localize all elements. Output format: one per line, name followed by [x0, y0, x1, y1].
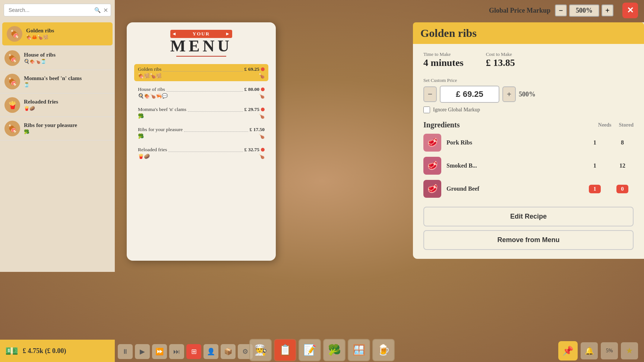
- item-icon-golden-ribs: 🍖: [7, 26, 22, 42]
- time-label: Time to Make: [423, 51, 464, 57]
- menu-divider: [176, 56, 226, 57]
- item-info-golden-ribs: Golden ribs 🍖🦀🍗🫚: [26, 28, 108, 40]
- price-input[interactable]: [440, 86, 499, 103]
- top-bar: Global Price Markup − 500% + ✕: [0, 0, 644, 21]
- close-button[interactable]: ✕: [622, 3, 638, 18]
- sidebar-item-ribs-pleasure[interactable]: 🍖 Ribs for your pleasure 🥦: [0, 117, 115, 140]
- smoked-icon: 🥩: [423, 157, 441, 175]
- menu-entry-dots-house-of-ribs: [167, 87, 243, 92]
- markup-value: 500%: [569, 4, 599, 17]
- menu-entries: Golden ribs £ 69.25 🍖🫚🍗🫚 🍗 House of ribs…: [134, 64, 268, 253]
- taskbar: 👨‍🍳 📋 📝 🥦 🪟 🍺: [0, 338, 644, 362]
- taskbar-recipe-button[interactable]: 📝: [299, 339, 321, 361]
- menu-entry-icons-house-of-ribs: 🍳🍖🍗🦐💬 🍗: [138, 93, 265, 99]
- custom-price-label: Set Custom Price: [423, 77, 634, 83]
- cost-value: £ 13.85: [486, 57, 515, 69]
- markup-decrease-button[interactable]: −: [555, 4, 567, 16]
- stored-col-header: Stored: [619, 122, 634, 128]
- cost-label: Cost to Make: [486, 51, 515, 57]
- ingredients-col-headers: Needs Stored: [598, 122, 634, 128]
- sidebar-item-golden-ribs[interactable]: 🍖 Golden ribs 🍖🦀🍗🫚: [2, 22, 113, 46]
- item-name-house-of-ribs: House of ribs: [24, 52, 110, 58]
- menu-entry-name-house-of-ribs: House of ribs: [138, 86, 165, 92]
- remove-from-menu-button[interactable]: Remove from Menu: [423, 230, 634, 250]
- time-stat: Time to Make 4 minutes: [423, 51, 464, 69]
- menu-entry-price-ribs-pleasure: £ 17.50: [250, 127, 265, 133]
- ingredient-row-pork-ribs: 🥩 Pork Ribs 1 8: [423, 134, 634, 152]
- detail-stats: Time to Make 4 minutes Cost to Make £ 13…: [423, 51, 634, 69]
- taskbar-chef-button[interactable]: 👨‍🍳: [249, 339, 272, 361]
- menu-entry-golden-ribs[interactable]: Golden ribs £ 69.25 🍖🫚🍗🫚 🍗: [134, 64, 268, 81]
- needs-col-header: Needs: [598, 122, 612, 128]
- ignore-markup-checkbox[interactable]: [423, 107, 430, 113]
- markup-control: − 500% +: [555, 4, 613, 17]
- menu-entry-price-house-of-ribs: £ 80.00: [244, 86, 260, 92]
- menu-entry-dot-reloaded-fries: [261, 148, 265, 152]
- menu-entry-dots-golden-ribs: [163, 67, 243, 72]
- taskbar-ingredients-button[interactable]: 🥦: [323, 339, 345, 361]
- detail-title: Golden ribs: [413, 22, 644, 44]
- menu-entry-price-golden-ribs: £ 69.25: [244, 66, 260, 72]
- custom-price-control: − + 500%: [423, 86, 634, 103]
- item-info-mommas-beef: Momma's beef 'n' clams 🫙: [24, 75, 110, 88]
- menu-entry-dot-house-of-ribs: [261, 88, 265, 91]
- taskbar-drinks-button[interactable]: 🍺: [372, 339, 395, 361]
- ground-beef-icon: 🥩: [423, 180, 441, 198]
- pork-ribs-stored: 8: [611, 139, 634, 146]
- markup-increase-button[interactable]: +: [602, 4, 613, 16]
- pork-ribs-name: Pork Ribs: [446, 139, 578, 146]
- price-increase-button[interactable]: +: [502, 86, 516, 102]
- menu-title: MENU: [170, 38, 232, 54]
- menu-item-list: 🍖 Golden ribs 🍖🦀🍗🫚 🍖 House of ribs 🍳🍖🍗🫙 …: [0, 20, 115, 272]
- taskbar-layout-button[interactable]: 🪟: [348, 339, 370, 361]
- menu-entry-icons-golden-ribs: 🍖🫚🍗🫚 🍗: [138, 73, 265, 79]
- detail-actions: Edit Recipe Remove from Menu: [423, 207, 634, 250]
- ignore-markup-label: Ignore Global Markup: [433, 107, 480, 113]
- item-icon-reloaded-fries: 🍟: [4, 97, 20, 113]
- menu-entry-name-reloaded-fries: Reloaded fries: [138, 147, 167, 153]
- item-info-ribs-pleasure: Ribs for your pleasure 🥦: [24, 122, 110, 135]
- menu-entry-name-mommas-beef: Momma's beef 'n' clams: [138, 107, 186, 112]
- smoked-needs: 1: [584, 162, 606, 169]
- ground-beef-needs: 1: [584, 185, 606, 193]
- sidebar-item-reloaded-fries[interactable]: 🍟 Reloaded fries 🍟🥔: [0, 93, 115, 117]
- item-info-house-of-ribs: House of ribs 🍳🍖🍗🫙: [24, 52, 110, 64]
- item-name-golden-ribs: Golden ribs: [26, 28, 108, 34]
- item-tags-reloaded-fries: 🍟🥔: [24, 106, 110, 111]
- menu-entry-price-mommas-beef: £ 29.75: [244, 107, 260, 112]
- item-name-reloaded-fries: Reloaded fries: [24, 99, 110, 105]
- item-tags-mommas-beef: 🫙: [24, 82, 110, 88]
- item-icon-house-of-ribs: 🍖: [4, 50, 20, 66]
- menu-book: YOUR MENU Golden ribs £ 69.25 🍖🫚🍗🫚 🍗 Hou…: [127, 22, 276, 261]
- menu-entry-icons-reloaded-fries: 🍟🥔 🍗: [138, 153, 265, 159]
- ground-beef-name: Ground Beef: [446, 185, 578, 192]
- taskbar-menu-button[interactable]: 📋: [274, 339, 296, 361]
- sidebar: ✕ 🔍 🍖 Golden ribs 🍖🦀🍗🫚 🍖 House of ribs 🍳…: [0, 0, 115, 272]
- ingredient-row-smoked: 🥩 Smoked B... 1 12: [423, 157, 634, 175]
- menu-entry-reloaded-fries[interactable]: Reloaded fries £ 32.75 🍟🥔 🍗: [134, 145, 268, 162]
- ingredients-section: Ingredients Needs Stored 🥩 Pork Ribs 1 8…: [423, 121, 634, 198]
- edit-recipe-button[interactable]: Edit Recipe: [423, 207, 634, 226]
- cost-stat: Cost to Make £ 13.85: [486, 51, 515, 69]
- item-tags-golden-ribs: 🍖🦀🍗🫚: [26, 35, 108, 40]
- price-decrease-button[interactable]: −: [423, 86, 437, 102]
- menu-entry-ribs-pleasure[interactable]: Ribs for your pleasure £ 17.50 🥦 🍗: [134, 124, 268, 142]
- menu-entry-dot-mommas-beef: [261, 108, 265, 111]
- sidebar-item-house-of-ribs[interactable]: 🍖 House of ribs 🍳🍖🍗🫙: [0, 47, 115, 70]
- detail-panel: Golden ribs Time to Make 4 minutes Cost …: [413, 22, 644, 259]
- smoked-stored: 12: [611, 162, 634, 169]
- item-icon-ribs-pleasure: 🍖: [4, 121, 20, 136]
- price-markup-percent: 500%: [519, 90, 536, 98]
- item-name-mommas-beef: Momma's beef 'n' clams: [24, 75, 110, 82]
- menu-your-label: YOUR: [170, 30, 232, 38]
- menu-entry-dots-ribs-pleasure: [184, 127, 248, 132]
- sidebar-item-mommas-beef[interactable]: 🍖 Momma's beef 'n' clams 🫙: [0, 70, 115, 93]
- item-name-ribs-pleasure: Ribs for your pleasure: [24, 122, 110, 128]
- item-tags-ribs-pleasure: 🥦: [24, 129, 110, 135]
- time-value: 4 minutes: [423, 57, 464, 69]
- ingredients-title: Ingredients: [423, 121, 460, 129]
- menu-entry-mommas-beef[interactable]: Momma's beef 'n' clams £ 29.75 🥦 🍗: [134, 104, 268, 121]
- ignore-markup-row: Ignore Global Markup: [423, 107, 634, 113]
- menu-entry-house-of-ribs[interactable]: House of ribs £ 80.00 🍳🍖🍗🦐💬 🍗: [134, 84, 268, 101]
- ground-beef-stored: 0: [611, 185, 634, 193]
